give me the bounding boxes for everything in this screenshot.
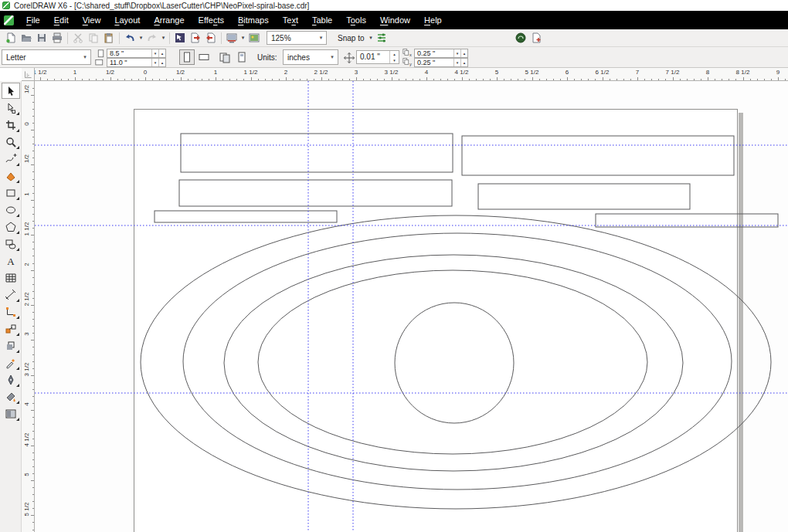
- dimension-tool[interactable]: [2, 286, 20, 303]
- copy-button[interactable]: [86, 30, 101, 46]
- flyout-indicator[interactable]: [16, 401, 19, 404]
- polygon-tool[interactable]: [2, 219, 20, 235]
- export-pdf-button[interactable]: [203, 30, 219, 46]
- fill-tool-icon: [5, 391, 17, 403]
- landscape-button[interactable]: [196, 49, 212, 65]
- text-tool[interactable]: A: [2, 252, 20, 269]
- flyout-indicator[interactable]: [16, 197, 19, 200]
- flyout-indicator[interactable]: [16, 350, 19, 353]
- cut-button[interactable]: [70, 30, 86, 46]
- open-button[interactable]: [19, 30, 34, 46]
- drawing-canvas[interactable]: [35, 81, 788, 532]
- flyout-indicator[interactable]: [16, 384, 19, 387]
- flyout-indicator[interactable]: [16, 214, 19, 217]
- blend-tool[interactable]: [2, 320, 20, 337]
- menu-edit[interactable]: Edit: [47, 12, 76, 29]
- flyout-indicator[interactable]: [16, 299, 19, 302]
- rectangle-tool[interactable]: [2, 185, 20, 201]
- pick-tool[interactable]: [2, 83, 20, 99]
- duplicate-x-field[interactable]: 0.25 " ▾▴: [414, 49, 468, 58]
- paper-type-select[interactable]: Letter ▾: [2, 49, 91, 65]
- ruler-label: 5: [23, 466, 30, 484]
- spinner[interactable]: ▾▴: [151, 59, 165, 66]
- freehand-tool[interactable]: [2, 151, 20, 167]
- vertical-ruler[interactable]: 1/201/211 1/222 1/233 1/244 1/255 1/2: [22, 81, 35, 532]
- redo-button[interactable]: [144, 30, 160, 46]
- horizontal-ruler[interactable]: 1 1/211/201/211 1/222 1/233 1/244 1/255 …: [35, 68, 788, 81]
- new-document-button[interactable]: [3, 30, 19, 46]
- outline-pen-tool[interactable]: [2, 371, 20, 388]
- menu-effects[interactable]: Effects: [192, 12, 231, 29]
- duplicate-y-field[interactable]: 0.25 " ▾▴: [414, 58, 468, 67]
- fill-tool[interactable]: [2, 388, 20, 405]
- svg-text:x: x: [409, 53, 412, 57]
- menu-arrange[interactable]: Arrange: [147, 12, 191, 29]
- menu-tools[interactable]: Tools: [339, 12, 373, 29]
- export-button[interactable]: [188, 30, 203, 46]
- menu-view[interactable]: View: [76, 12, 108, 29]
- chevron-down-icon[interactable]: ▾: [367, 35, 374, 41]
- import-button[interactable]: [172, 30, 188, 46]
- toolbar-separator: [169, 32, 170, 44]
- eyedropper-tool[interactable]: [2, 354, 20, 371]
- flyout-indicator[interactable]: [16, 146, 19, 149]
- flyout-indicator[interactable]: [16, 112, 19, 115]
- interactive-fill-tool[interactable]: [2, 405, 20, 422]
- welcome-screen-button[interactable]: [246, 30, 262, 46]
- standard-toolbar: ▾▾▾125%▾Snap to▾: [0, 29, 788, 47]
- paper-height-field[interactable]: 11.0 " ▾▴: [107, 58, 166, 67]
- nudge-offset-field[interactable]: 0.01 " ▴▾: [356, 50, 399, 64]
- spinner[interactable]: ▾▴: [453, 49, 467, 57]
- menu-text[interactable]: Text: [276, 12, 305, 29]
- portrait-button[interactable]: [179, 49, 195, 65]
- spinner[interactable]: ▴▾: [389, 51, 399, 63]
- chevron-down-icon[interactable]: ▾: [239, 35, 246, 41]
- menu-window[interactable]: Window: [373, 12, 417, 29]
- flyout-indicator[interactable]: [16, 316, 19, 319]
- basic-shapes-tool[interactable]: [2, 236, 20, 252]
- menu-table[interactable]: Table: [305, 12, 339, 29]
- flyout-indicator[interactable]: [16, 180, 19, 183]
- shape-tool[interactable]: [2, 100, 20, 116]
- flyout-indicator[interactable]: [16, 418, 19, 421]
- print-button[interactable]: [49, 30, 65, 46]
- menu-layout[interactable]: Layout: [107, 12, 147, 29]
- undo-button[interactable]: [122, 30, 138, 46]
- application-launcher-button[interactable]: [224, 30, 239, 46]
- zoom-level-combo[interactable]: 125%▾: [267, 31, 327, 45]
- paper-width-field[interactable]: 8.5 " ▾▴: [107, 49, 166, 58]
- chevron-down-icon[interactable]: ▾: [138, 35, 144, 41]
- chevron-down-icon[interactable]: ▾: [160, 35, 167, 41]
- ruler-corner[interactable]: [22, 68, 35, 81]
- spinner[interactable]: ▾▴: [151, 49, 165, 57]
- table-tool[interactable]: [2, 269, 20, 286]
- crop-tool[interactable]: [2, 117, 20, 133]
- flyout-indicator[interactable]: [16, 163, 19, 166]
- spinner[interactable]: ▾▴: [453, 59, 467, 66]
- menu-help[interactable]: Help: [417, 12, 449, 29]
- flyout-indicator[interactable]: [16, 129, 19, 132]
- corel-connect-button[interactable]: [513, 30, 528, 46]
- smart-fill-tool[interactable]: [2, 168, 20, 184]
- flyout-indicator[interactable]: [16, 333, 19, 336]
- flyout-indicator[interactable]: [16, 367, 19, 370]
- units-select[interactable]: inches ▾: [283, 49, 338, 65]
- add-page-icon: [530, 32, 542, 44]
- shadow-tool[interactable]: [2, 337, 20, 354]
- all-pages-icon: [219, 51, 231, 63]
- menu-file[interactable]: File: [19, 12, 47, 29]
- current-page-button[interactable]: [234, 49, 250, 65]
- paste-button[interactable]: [101, 30, 117, 46]
- all-pages-button[interactable]: [217, 49, 233, 65]
- flyout-indicator[interactable]: [16, 231, 19, 234]
- save-button[interactable]: [34, 30, 49, 46]
- snap-to-control[interactable]: Snap to: [331, 34, 367, 42]
- ellipse-tool[interactable]: [2, 202, 20, 218]
- new-from-template-button[interactable]: [528, 30, 544, 46]
- options-button[interactable]: [374, 30, 389, 46]
- menu-bitmaps[interactable]: Bitmaps: [231, 12, 276, 29]
- flyout-indicator[interactable]: [16, 248, 19, 251]
- ruler-label: 1: [73, 69, 76, 76]
- connector-tool[interactable]: [2, 303, 20, 320]
- zoom-tool[interactable]: [2, 134, 20, 150]
